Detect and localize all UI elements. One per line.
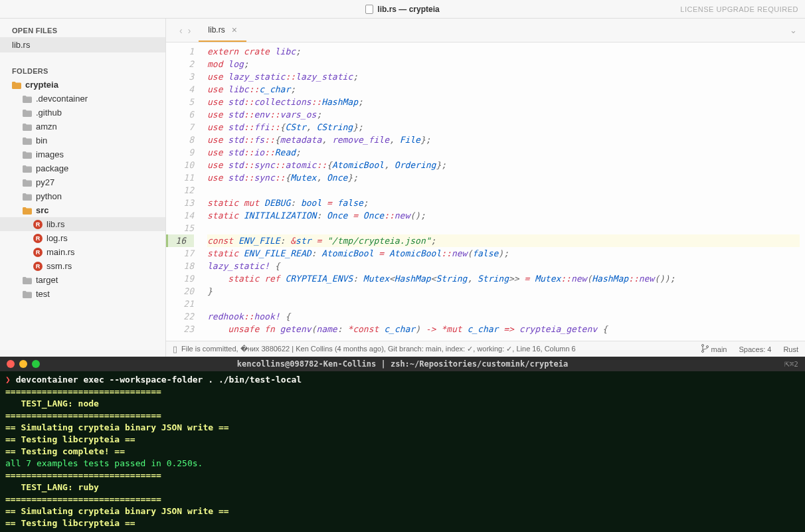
tree-item-label: .github: [36, 108, 62, 118]
svg-point-2: [706, 346, 708, 348]
tab-label: lib.rs: [208, 25, 224, 35]
tab[interactable]: lib.rs×: [199, 19, 246, 42]
folder-item[interactable]: target: [0, 273, 165, 287]
tree-item-label: src: [36, 205, 49, 215]
status-branch-label: main: [711, 345, 727, 353]
document-icon: [365, 5, 373, 14]
file-item[interactable]: Rmain.rs: [0, 245, 165, 259]
folder-icon: [23, 123, 32, 130]
terminal-shortcut: ⇱⌘2: [784, 358, 798, 371]
git-branch-icon: [701, 344, 709, 354]
terminal-body[interactable]: ❯ devcontainer exec --workspace-folder .…: [0, 371, 805, 532]
folder-icon: [23, 193, 32, 200]
open-file-item[interactable]: lib.rs: [0, 37, 165, 52]
sidebar-toggle-icon[interactable]: ▯: [173, 344, 177, 354]
license-notice[interactable]: LICENSE UPGRADE REQUIRED: [680, 5, 798, 13]
folder-item[interactable]: .github: [0, 106, 165, 120]
tree-item-label: test: [36, 289, 50, 299]
rust-icon: R: [33, 262, 43, 271]
tab-dropdown-icon[interactable]: ⌄: [790, 25, 797, 35]
folder-root[interactable]: crypteia: [0, 78, 165, 92]
folder-item[interactable]: images: [0, 147, 165, 161]
folder-root-label: crypteia: [25, 80, 58, 90]
tree-item-label: python: [36, 191, 62, 201]
maximize-icon[interactable]: [32, 360, 40, 368]
file-item[interactable]: Rlog.rs: [0, 231, 165, 245]
file-item[interactable]: Rssm.rs: [0, 259, 165, 273]
terminal-titlebar: kencollins@098782-Ken-Collins | zsh:~/Re…: [0, 357, 805, 371]
folder-item[interactable]: amzn: [0, 120, 165, 133]
folder-icon: [23, 151, 32, 158]
folder-item[interactable]: bin: [0, 133, 165, 147]
tab-close-icon[interactable]: ×: [232, 25, 237, 35]
folder-icon: [23, 165, 32, 172]
terminal-title: kencollins@098782-Ken-Collins | zsh:~/Re…: [0, 358, 805, 370]
folder-item[interactable]: py27: [0, 175, 165, 189]
close-icon[interactable]: [7, 360, 15, 368]
file-item[interactable]: Rlib.rs: [0, 217, 165, 231]
line-gutter: 1234567891011121314151617181920212223: [166, 43, 202, 341]
tree-item-label: ssm.rs: [46, 261, 72, 271]
folder-icon: [23, 179, 32, 186]
folder-item[interactable]: package: [0, 161, 165, 175]
folder-item[interactable]: test: [0, 287, 165, 301]
nav-back-icon[interactable]: ‹: [179, 25, 183, 36]
rust-icon: R: [33, 220, 43, 229]
titlebar: lib.rs — crypteia LICENSE UPGRADE REQUIR…: [0, 0, 805, 19]
tree-item-label: main.rs: [46, 247, 75, 257]
status-git-info: File is committed, �них 3880622 | Ken Co…: [181, 345, 576, 353]
status-branch[interactable]: main: [701, 344, 727, 354]
folder-icon: [23, 290, 32, 298]
folder-item[interactable]: src: [0, 203, 165, 217]
window-title: lib.rs — crypteia: [377, 5, 439, 14]
tree-item-label: py27: [36, 177, 54, 187]
svg-point-0: [701, 345, 703, 347]
tree-item-label: amzn: [36, 122, 57, 132]
tree-item-label: lib.rs: [46, 219, 64, 229]
tree-item-label: log.rs: [46, 233, 68, 243]
folder-icon: [23, 276, 32, 284]
folder-icon: [23, 109, 32, 116]
folder-item[interactable]: python: [0, 189, 165, 203]
tree-item-label: .devcontainer: [36, 94, 88, 104]
folder-item[interactable]: .devcontainer: [0, 92, 165, 106]
rust-icon: R: [33, 234, 43, 243]
svg-point-1: [701, 351, 703, 353]
tree-item-label: images: [36, 149, 64, 159]
folder-open-icon: [12, 81, 21, 88]
minimize-icon[interactable]: [19, 360, 27, 368]
statusbar: ▯ File is committed, �них 3880622 | Ken …: [166, 341, 805, 357]
rust-icon: R: [33, 248, 43, 257]
tree-item-label: target: [36, 275, 58, 285]
status-language[interactable]: Rust: [783, 345, 798, 353]
folders-header[interactable]: FOLDERS: [0, 62, 165, 78]
code-editor[interactable]: 1234567891011121314151617181920212223 ex…: [166, 43, 805, 341]
tree-item-label: package: [36, 163, 68, 173]
tab-bar: ‹ › lib.rs× ⌄: [166, 19, 805, 43]
sidebar: OPEN FILES lib.rs FOLDERS crypteia .devc…: [0, 19, 166, 357]
folder-icon: [23, 137, 32, 144]
status-spaces[interactable]: Spaces: 4: [739, 345, 771, 353]
terminal[interactable]: kencollins@098782-Ken-Collins | zsh:~/Re…: [0, 357, 805, 532]
nav-forward-icon[interactable]: ›: [188, 25, 191, 36]
folder-icon: [23, 95, 32, 102]
tree-item-label: bin: [36, 135, 47, 145]
folder-open-icon: [23, 207, 32, 214]
code-content[interactable]: extern crate libc;mod log;use lazy_stati…: [202, 43, 805, 341]
open-files-header[interactable]: OPEN FILES: [0, 21, 165, 37]
